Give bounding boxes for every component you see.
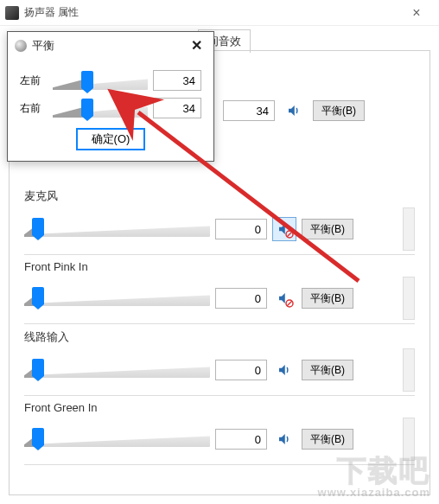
dialog-close-button[interactable]: ✕ (186, 37, 207, 54)
channel-front-pink-in: Front Pink In 平衡(B) (24, 260, 415, 324)
volume-value-input[interactable] (215, 360, 267, 380)
balance-value-left[interactable] (153, 70, 201, 91)
watermark: 下载吧 www.xiazaiba.com (318, 451, 430, 499)
channel-name: 麦克风 (24, 188, 415, 204)
channel-name: 线路输入 (24, 329, 415, 345)
main-mute-button[interactable] (282, 99, 306, 123)
balance-button[interactable]: 平衡(B) (302, 219, 353, 239)
channel-line-in: 线路输入 平衡(B) (24, 329, 415, 396)
window-title: 扬声器 属性 (24, 5, 399, 20)
dialog-titlebar: 平衡 ✕ (8, 32, 213, 59)
balance-value-right[interactable] (153, 98, 201, 118)
balance-icon (15, 40, 27, 52)
main-value-input[interactable] (223, 100, 275, 121)
balance-row-right: 右前 (20, 97, 201, 119)
balance-button[interactable]: 平衡(B) (302, 429, 353, 450)
channel-name: Front Green In (24, 401, 415, 414)
speaker-icon (286, 103, 302, 118)
volume-value-input[interactable] (215, 288, 267, 309)
scrollbar[interactable] (403, 207, 415, 251)
mute-button[interactable] (272, 358, 296, 382)
volume-value-input[interactable] (215, 429, 267, 450)
mute-button[interactable] (272, 286, 296, 310)
window-titlebar: 扬声器 属性 × (0, 0, 439, 26)
mute-button[interactable] (272, 427, 296, 451)
balance-slider-right[interactable] (53, 97, 148, 119)
app-icon (5, 6, 19, 20)
muted-icon (285, 230, 294, 239)
svg-line-3 (287, 301, 292, 306)
window-close-button[interactable]: × (399, 5, 434, 21)
channel-microphone: 麦克风 平衡(B) (24, 188, 415, 255)
channel-name: Front Pink In (24, 260, 415, 273)
volume-value-input[interactable] (215, 219, 267, 239)
main-balance-button[interactable]: 平衡(B) (313, 100, 365, 121)
volume-slider[interactable] (24, 285, 210, 311)
dialog-ok-button[interactable]: 确定(O) (76, 128, 145, 150)
balance-button[interactable]: 平衡(B) (302, 360, 353, 380)
dialog-title: 平衡 (32, 38, 186, 54)
mute-button[interactable] (272, 217, 296, 241)
balance-row-label: 左前 (20, 73, 48, 88)
balance-row-label: 右前 (20, 101, 48, 116)
balance-button[interactable]: 平衡(B) (302, 288, 353, 309)
svg-line-1 (287, 232, 292, 237)
volume-slider[interactable] (24, 426, 210, 452)
speaker-icon (277, 362, 292, 378)
balance-dialog: 平衡 ✕ 左前 右前 确定(O) (7, 31, 214, 162)
balance-row-left: 左前 (20, 69, 201, 92)
channel-list: 麦克风 平衡(B) Front Pink In 平衡(B) (24, 188, 415, 487)
volume-slider[interactable] (24, 357, 210, 383)
scrollbar[interactable] (403, 348, 415, 392)
muted-icon (285, 299, 294, 308)
volume-slider[interactable] (24, 216, 210, 242)
speaker-icon (277, 431, 292, 447)
main-level-row: 平衡(B) (223, 99, 365, 123)
balance-slider-left[interactable] (53, 69, 148, 92)
scrollbar[interactable] (403, 277, 415, 320)
